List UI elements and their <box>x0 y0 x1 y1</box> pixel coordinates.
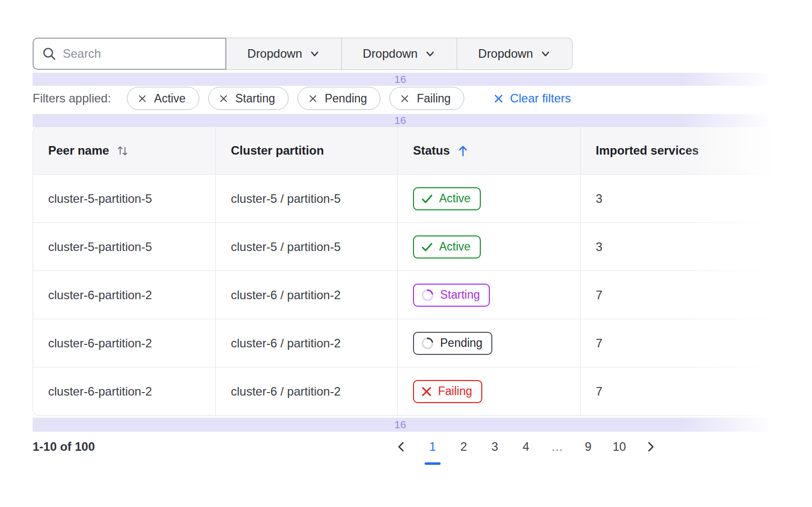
prev-page-button[interactable] <box>390 436 413 458</box>
column-label: Cluster partition <box>231 144 324 158</box>
cell-peer-name: cluster-5-partition-5 <box>33 175 215 222</box>
chevron-down-icon <box>425 48 436 59</box>
chip-label: Starting <box>235 92 275 105</box>
dropdown-button-2[interactable]: Dropdown <box>342 38 457 70</box>
search-box[interactable] <box>33 38 226 70</box>
status-badge-failing: Failing <box>413 380 482 403</box>
x-icon <box>421 386 433 398</box>
cell-status: Active <box>397 223 580 271</box>
cell-cluster-partition: cluster-5 / partition-5 <box>215 223 397 271</box>
pagination: 1-10 of 100 1 2 3 4 … 9 10 <box>33 436 812 472</box>
status-badge-starting: Starting <box>413 284 490 307</box>
page-button-4[interactable]: 4 <box>515 436 537 458</box>
dropdown-button-1[interactable]: Dropdown <box>226 38 342 70</box>
next-page-button[interactable] <box>639 436 661 458</box>
sort-ascending-icon <box>457 144 469 158</box>
cell-imported-services: 7 <box>580 319 812 367</box>
cell-cluster-partition: cluster-6 / partition-2 <box>215 319 397 367</box>
page-button-9[interactable]: 9 <box>577 436 599 458</box>
table-row: cluster-6-partition-2 cluster-6 / partit… <box>33 271 812 319</box>
chip-remove-icon[interactable] <box>219 94 228 103</box>
filters-label: Filters applied: <box>33 91 111 105</box>
cell-status: Active <box>397 175 580 222</box>
column-header-imported-services: Imported services <box>580 127 812 174</box>
cell-peer-name: cluster-6-partition-2 <box>33 319 215 367</box>
clear-filters-icon <box>493 93 504 104</box>
filter-chip-failing[interactable]: Failing <box>389 87 464 110</box>
cell-imported-services: 3 <box>580 223 812 271</box>
dropdown-label: Dropdown <box>363 47 418 61</box>
chevron-down-icon <box>540 48 551 59</box>
table-row: cluster-6-partition-2 cluster-6 / partit… <box>33 319 812 367</box>
chip-label: Failing <box>417 92 451 105</box>
chevron-left-icon <box>395 441 408 453</box>
spacing-marker: 16 <box>33 418 768 432</box>
sort-both-icon <box>116 144 129 158</box>
filter-chip-pending[interactable]: Pending <box>298 87 380 110</box>
cell-peer-name: cluster-6-partition-2 <box>33 367 215 415</box>
check-icon <box>421 192 434 205</box>
status-label: Pending <box>440 336 482 350</box>
chip-remove-icon[interactable] <box>400 94 410 103</box>
pager: 1 2 3 4 … 9 10 <box>390 436 661 458</box>
chevron-right-icon <box>644 441 656 453</box>
status-label: Active <box>439 240 471 254</box>
chip-label: Pending <box>325 92 367 105</box>
status-badge-active: Active <box>413 187 481 210</box>
column-header-cluster-partition: Cluster partition <box>215 127 397 174</box>
check-icon <box>421 240 434 254</box>
cell-status: Failing <box>397 367 580 415</box>
clear-filters-button[interactable]: Clear filters <box>493 91 571 105</box>
results-range: 1-10 of 100 <box>33 436 95 458</box>
column-label: Status <box>413 144 450 158</box>
table-header-row: Peer name Cluster partition Status <box>33 127 812 174</box>
status-label: Active <box>439 192 471 205</box>
column-label: Peer name <box>48 144 109 158</box>
peers-table: Peer name Cluster partition Status <box>33 126 812 416</box>
spinner-icon <box>421 288 435 302</box>
clear-filters-label: Clear filters <box>510 91 571 105</box>
table-row: cluster-6-partition-2 cluster-6 / partit… <box>33 367 812 415</box>
cell-imported-services: 3 <box>580 175 812 222</box>
filter-chip-starting[interactable]: Starting <box>208 87 289 110</box>
spacing-marker: 16 <box>33 73 768 86</box>
search-icon <box>42 46 57 61</box>
table-row: cluster-5-partition-5 cluster-5 / partit… <box>33 174 812 222</box>
table-row: cluster-5-partition-5 cluster-5 / partit… <box>33 222 812 271</box>
column-header-peer-name[interactable]: Peer name <box>33 127 215 174</box>
cell-cluster-partition: cluster-6 / partition-2 <box>215 271 397 319</box>
status-badge-active: Active <box>413 235 481 259</box>
spinner-icon <box>421 336 435 350</box>
toolbar: Dropdown Dropdown Dropdown <box>33 38 573 70</box>
cell-cluster-partition: cluster-5 / partition-5 <box>215 175 397 222</box>
page-button-3[interactable]: 3 <box>484 436 506 458</box>
cell-status: Pending <box>397 319 580 367</box>
chevron-down-icon <box>309 48 320 59</box>
status-label: Starting <box>440 288 480 302</box>
chip-remove-icon[interactable] <box>308 94 318 103</box>
page-button-2[interactable]: 2 <box>453 436 475 458</box>
dropdown-label: Dropdown <box>247 47 302 61</box>
pagination-ellipsis: … <box>546 436 568 458</box>
page-button-10[interactable]: 10 <box>608 436 630 458</box>
status-label: Failing <box>438 385 472 398</box>
column-label: Imported services <box>596 144 699 158</box>
filters-bar: Filters applied: Active Starting Pending… <box>33 86 571 111</box>
cell-status: Starting <box>397 271 580 319</box>
cell-imported-services: 7 <box>580 271 812 319</box>
dropdown-button-3[interactable]: Dropdown <box>457 38 573 70</box>
status-badge-pending: Pending <box>413 332 492 355</box>
cell-cluster-partition: cluster-6 / partition-2 <box>215 367 397 415</box>
chip-label: Active <box>154 92 186 105</box>
filter-chip-active[interactable]: Active <box>127 87 199 110</box>
peers-page: Dropdown Dropdown Dropdown 16 16 16 Filt… <box>0 0 812 507</box>
column-header-status[interactable]: Status <box>397 127 580 174</box>
cell-peer-name: cluster-5-partition-5 <box>33 223 215 271</box>
spacing-marker: 16 <box>33 114 768 127</box>
page-button-1[interactable]: 1 <box>422 436 444 458</box>
dropdown-label: Dropdown <box>478 47 533 61</box>
cell-imported-services: 7 <box>580 367 812 415</box>
chip-remove-icon[interactable] <box>138 94 147 103</box>
search-input[interactable] <box>63 47 217 61</box>
cell-peer-name: cluster-6-partition-2 <box>33 271 215 319</box>
